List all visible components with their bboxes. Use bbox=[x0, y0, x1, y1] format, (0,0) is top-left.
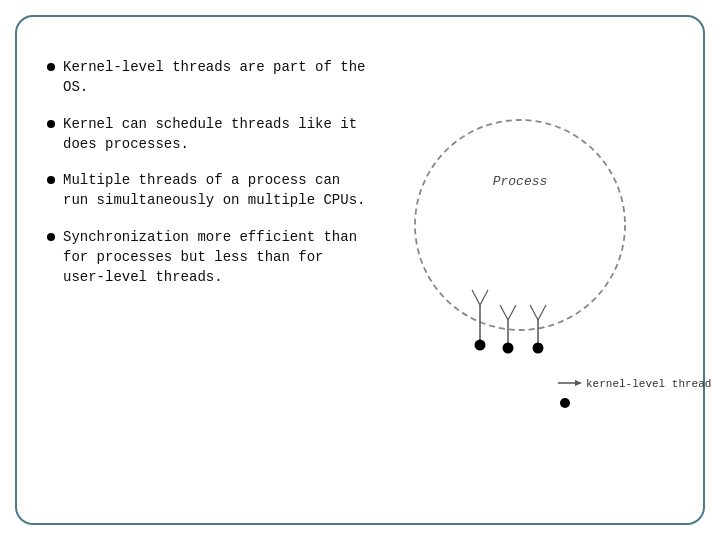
svg-text:Process: Process bbox=[493, 174, 548, 189]
bullet-text-2: Kernel can schedule threads like it does… bbox=[63, 114, 367, 155]
bullet-dot-1 bbox=[47, 63, 55, 71]
bullet-dot-3 bbox=[47, 176, 55, 184]
bullet-dot-4 bbox=[47, 233, 55, 241]
svg-line-9 bbox=[530, 305, 538, 320]
bullet-item-3: Multiple threads of a process can run si… bbox=[47, 170, 367, 211]
diagram-svg: Process bbox=[390, 85, 670, 465]
svg-line-4 bbox=[480, 290, 488, 305]
svg-line-6 bbox=[500, 305, 508, 320]
bullet-dot-2 bbox=[47, 120, 55, 128]
svg-point-0 bbox=[415, 120, 625, 330]
svg-marker-15 bbox=[575, 380, 582, 386]
bullet-text-3: Multiple threads of a process can run si… bbox=[63, 170, 367, 211]
diagram: Process bbox=[390, 85, 670, 465]
svg-line-7 bbox=[508, 305, 516, 320]
svg-point-11 bbox=[475, 340, 486, 351]
bullet-text-4: Synchronization more efficient than for … bbox=[63, 227, 367, 288]
slide: Kernel-level threads are part of the OS.… bbox=[15, 15, 705, 525]
svg-line-10 bbox=[538, 305, 546, 320]
svg-text:kernel-level thread: kernel-level thread bbox=[586, 378, 711, 390]
left-panel: Kernel-level threads are part of the OS.… bbox=[47, 47, 367, 304]
svg-point-13 bbox=[533, 343, 544, 354]
bullet-item-2: Kernel can schedule threads like it does… bbox=[47, 114, 367, 155]
svg-point-12 bbox=[503, 343, 514, 354]
svg-point-17 bbox=[560, 398, 570, 408]
bullet-text-1: Kernel-level threads are part of the OS. bbox=[63, 57, 367, 98]
svg-line-3 bbox=[472, 290, 480, 305]
bullet-item-4: Synchronization more efficient than for … bbox=[47, 227, 367, 288]
right-panel: Process bbox=[377, 47, 683, 503]
bullet-item-1: Kernel-level threads are part of the OS. bbox=[47, 57, 367, 98]
